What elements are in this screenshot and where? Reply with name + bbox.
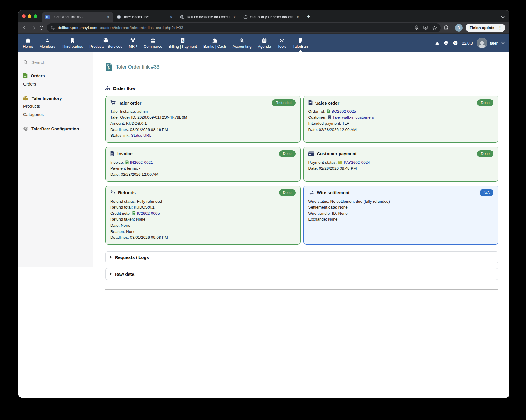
browser-tab[interactable]: Taler Backoffice:✕	[113, 12, 177, 22]
card-line-text: Deadlines: 03/01/2026 09:08 PM	[110, 235, 168, 240]
forward-icon[interactable]	[31, 25, 36, 30]
tab-close-icon[interactable]: ✕	[106, 15, 111, 19]
finish-update-label: Finish update	[470, 25, 495, 30]
svg-text:$: $	[182, 40, 184, 42]
card-line: Exchange: None	[308, 216, 494, 223]
tab-title: Status of your order forOrder	[250, 15, 294, 19]
menu-item-label: Home	[23, 44, 33, 49]
menu-item-commerce[interactable]: Commerce	[140, 34, 166, 52]
status-badge: Done	[477, 150, 493, 157]
card-line-link[interactable]: IC2602-0005	[137, 211, 160, 216]
menu-item-accounting[interactable]: Accounting	[229, 34, 254, 52]
browser-tab[interactable]: Refund available for Order to✕	[177, 12, 240, 22]
sidebar-section-header[interactable]: Taler Inventory	[23, 94, 88, 102]
sidebar-item[interactable]: Products	[23, 102, 88, 110]
window-controls	[22, 14, 37, 18]
card-line: Refund taken: None	[110, 216, 296, 223]
card-line: Status link:Status URL	[110, 132, 296, 139]
card-wire-settlement: Wire settlementN/AWire status: No settle…	[303, 186, 499, 245]
extensions-puzzle-icon[interactable]	[444, 25, 449, 30]
tab-title: Taler Backoffice:	[123, 15, 167, 19]
invoice-icon	[110, 151, 114, 156]
menu-item-third-parties[interactable]: Third parties	[59, 34, 86, 52]
address-bar[interactable]: dolibarr.potuzhnyi.com/custom/talerbarr/…	[47, 23, 441, 32]
card-title: Wire settlement	[317, 190, 350, 195]
menu-item-members[interactable]: Members	[36, 34, 59, 52]
new-tab-button[interactable]: +	[307, 13, 310, 20]
card-line-text: Customer:	[308, 115, 327, 119]
install-app-icon[interactable]	[423, 25, 428, 30]
menu-item-tools[interactable]: Tools	[274, 34, 289, 52]
menu-item-billing-payment[interactable]: $Billing | Payment	[165, 34, 200, 52]
close-window-button[interactable]	[22, 14, 26, 18]
doc-mini-green-icon	[327, 109, 330, 113]
card-line-text: Refund total: KUDOS:0.1	[110, 205, 155, 209]
tab-close-icon[interactable]: ✕	[232, 15, 237, 19]
main-content: $ Taler Order link #33 Order flow Taler …	[93, 52, 509, 398]
tab-search-chevron-icon[interactable]	[501, 16, 505, 18]
status-badge: Done	[279, 189, 296, 196]
card-line-link[interactable]: SO2602-0025	[331, 109, 356, 114]
credit-card-icon	[308, 151, 314, 156]
url-domain: dolibarr.potuzhnyi.com	[58, 25, 97, 30]
taler-logo-favicon	[116, 15, 121, 19]
mrp-icon	[130, 38, 135, 43]
card-line-link[interactable]: Taler walk-in customers	[332, 115, 374, 119]
card-line: Taler Instance: admin	[110, 108, 296, 115]
collapse-section-requests-logs[interactable]: Requests / Logs	[105, 251, 498, 263]
site-info-icon[interactable]	[50, 25, 55, 30]
caret-right-icon	[110, 256, 112, 259]
card-line-text: Intended payment: TLR	[308, 121, 350, 126]
search-caret-down-icon[interactable]	[84, 61, 88, 63]
bookmark-star-icon[interactable]	[432, 25, 437, 30]
sidebar-section-header[interactable]: TalerBarr Configuration	[23, 125, 88, 133]
card-line-text: Wire status: No settlement due (fully re…	[308, 199, 390, 204]
menu-item-label: MRP	[129, 44, 137, 49]
help-icon[interactable]: ?	[453, 40, 458, 46]
sidebar-section-header[interactable]: Orders	[23, 72, 88, 80]
menu-item-home[interactable]: Home	[20, 34, 36, 52]
card-line: Settlement date: None	[308, 204, 494, 210]
finish-update-button[interactable]: Finish update ⋮	[466, 24, 505, 32]
sidebar-item[interactable]: Categories	[23, 110, 88, 119]
print-icon[interactable]	[444, 40, 449, 46]
tab-title: Refund available for Order to	[187, 15, 230, 19]
tab-close-icon[interactable]: ✕	[169, 15, 174, 19]
card-line-text: Amount: KUDOS:0.1	[110, 121, 147, 126]
sidebar-section-title: TalerBarr Configuration	[31, 127, 79, 131]
user-avatar[interactable]	[477, 38, 487, 48]
menu-item-banks-cash[interactable]: Banks | Cash	[200, 34, 229, 52]
menu-item-mrp[interactable]: MRP	[125, 34, 140, 52]
card-line-link[interactable]: IN2602-0021	[130, 160, 153, 165]
search-input[interactable]	[31, 59, 82, 65]
bug-report-icon[interactable]	[435, 41, 440, 46]
card-line-text: Wire transfer ID: None	[308, 211, 348, 216]
menu-item-agenda[interactable]: Agenda	[254, 34, 274, 52]
tab-title: Taler Order link #33	[52, 15, 104, 19]
browser-tab[interactable]: DTaler Order link #33✕	[42, 12, 113, 22]
card-line-link[interactable]: PAY2602-0024	[344, 160, 370, 165]
maximize-window-button[interactable]	[34, 14, 37, 18]
browser-profile-avatar[interactable]: B	[455, 24, 463, 32]
card-line: Order ref:SO2602-0025	[308, 108, 494, 115]
menu-item-talerbarr[interactable]: TalerBarr	[290, 34, 312, 52]
tab-close-icon[interactable]: ✕	[296, 15, 300, 19]
sidebar-search[interactable]	[23, 59, 88, 69]
user-name[interactable]: taler	[490, 41, 498, 45]
menu-item-products-services[interactable]: Products | Services	[86, 34, 125, 52]
reload-icon[interactable]	[39, 25, 44, 30]
url-path: /custom/talerbarr/talerorderlink_card.ph…	[100, 25, 411, 30]
menu-item-label: Tools	[277, 44, 286, 49]
user-menu-chevron-icon[interactable]	[501, 42, 505, 44]
card-line-text: Date: None	[110, 223, 130, 228]
taler-order-doc-icon: $	[105, 63, 112, 71]
browser-tab[interactable]: Status of your order forOrder✕	[240, 12, 303, 22]
mic-off-icon[interactable]	[414, 25, 419, 30]
collapse-section-raw-data[interactable]: Raw data	[105, 268, 498, 280]
card-line-link[interactable]: Status URL	[131, 133, 151, 138]
sidebar-item[interactable]: Orders	[23, 80, 88, 88]
browser-menu-kebab-icon[interactable]: ⋮	[497, 25, 503, 30]
card-line-text: Refund taken: None	[110, 217, 145, 221]
back-icon[interactable]	[23, 25, 28, 30]
minimize-window-button[interactable]	[28, 14, 31, 18]
